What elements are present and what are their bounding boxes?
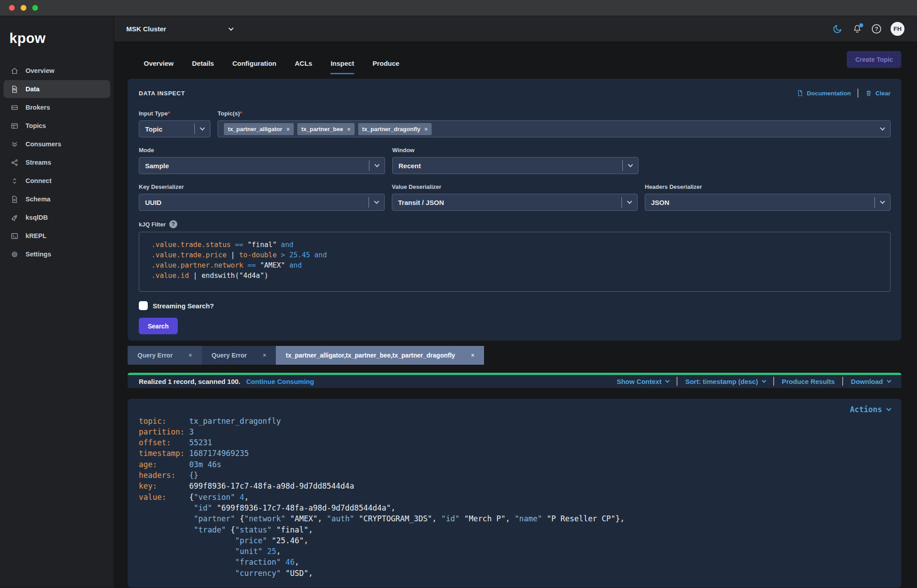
results-toolbar: Realized 1 record, scanned 100. Continue… bbox=[128, 375, 901, 388]
code-token: "unit" bbox=[235, 547, 262, 556]
table-icon bbox=[10, 121, 19, 130]
sidebar-item[interactable]: Streams bbox=[4, 153, 110, 171]
divider bbox=[773, 377, 774, 386]
input-type-select[interactable]: Topic bbox=[139, 120, 210, 137]
window-titlebar bbox=[0, 0, 917, 16]
value-deserializer-select[interactable]: Transit / JSON bbox=[392, 194, 638, 211]
produce-results-link[interactable]: Produce Results bbox=[782, 378, 835, 385]
terminal-icon bbox=[10, 231, 19, 240]
code-token: 4 bbox=[240, 493, 244, 502]
divider bbox=[677, 377, 677, 386]
show-context-dropdown[interactable]: Show Context bbox=[617, 378, 669, 385]
tab[interactable]: Configuration bbox=[232, 60, 276, 74]
actions-dropdown[interactable]: Actions bbox=[139, 405, 891, 414]
headers-deserializer-select[interactable]: JSON bbox=[645, 194, 891, 211]
code-token: "fraction" bbox=[235, 558, 281, 567]
code-token bbox=[189, 547, 235, 556]
sidebar-item[interactable]: ksqlDB bbox=[4, 209, 110, 226]
data-inspect-panel: DATA INSPECT Documentation Clear Inp bbox=[128, 79, 901, 341]
code-token: tx_partner_dragonfly bbox=[189, 417, 281, 426]
chevron-down-icon bbox=[628, 162, 633, 167]
topic-chip[interactable]: tx_partner_dragonfly × bbox=[358, 123, 432, 135]
chevron-down-icon bbox=[374, 199, 379, 204]
sidebar-item[interactable]: Connect bbox=[4, 172, 110, 190]
sidebar-item[interactable]: kREPL bbox=[4, 227, 110, 245]
close-window-button[interactable] bbox=[9, 5, 15, 11]
dark-mode-toggle[interactable] bbox=[832, 24, 843, 34]
code-token: "version" bbox=[194, 493, 235, 502]
sidebar-item[interactable]: Schema bbox=[4, 190, 110, 208]
code-token: .value.trade.price bbox=[151, 251, 227, 259]
close-icon[interactable]: × bbox=[263, 352, 266, 358]
search-button[interactable]: Search bbox=[139, 318, 178, 334]
tab[interactable]: Produce bbox=[373, 60, 399, 74]
result-tab[interactable]: Query Error × bbox=[128, 346, 202, 365]
code-token: "USD", bbox=[281, 569, 313, 578]
sort-dropdown[interactable]: Sort: timestamp (desc) bbox=[685, 378, 766, 385]
record-field-label: key: bbox=[139, 481, 189, 491]
documentation-link[interactable]: Documentation bbox=[797, 89, 851, 97]
topics-multiselect[interactable]: tx_partner_alligator × tx_partner_bee × bbox=[218, 120, 891, 137]
topic-chips: tx_partner_alligator × tx_partner_bee × bbox=[224, 123, 432, 135]
close-icon[interactable]: × bbox=[189, 352, 192, 358]
code-token: "network" bbox=[244, 514, 285, 523]
question-icon: ? bbox=[872, 24, 881, 34]
kjq-filter-editor[interactable]: .value.trade.status == "final" and .valu… bbox=[139, 232, 891, 292]
maximize-window-button[interactable] bbox=[32, 5, 38, 11]
chevron-down-icon bbox=[886, 406, 891, 411]
notifications-button[interactable] bbox=[852, 24, 862, 34]
sidebar-item[interactable]: Settings bbox=[4, 245, 110, 263]
sidebar-item[interactable]: Consumers bbox=[4, 135, 110, 153]
code-token: 699f8936-17c7-48fa-a98d-9d7dd8544d4a bbox=[189, 481, 354, 490]
cluster-selector[interactable]: MSK Cluster bbox=[126, 25, 233, 33]
code-token: "final", bbox=[272, 525, 313, 534]
sidebar-item[interactable]: Overview bbox=[4, 62, 110, 80]
clear-link[interactable]: Clear bbox=[865, 89, 891, 97]
topic-chip[interactable]: tx_partner_alligator × bbox=[224, 123, 294, 135]
topic-chip[interactable]: tx_partner_bee × bbox=[297, 123, 355, 135]
record-field-label: headers: bbox=[139, 470, 189, 481]
code-token: "P Reseller CP"}, bbox=[542, 514, 625, 523]
tab[interactable]: Inspect bbox=[330, 60, 354, 74]
result-tab[interactable]: Query Error × bbox=[202, 346, 276, 365]
close-icon[interactable]: × bbox=[471, 352, 474, 358]
mode-label: Mode bbox=[139, 147, 385, 153]
close-icon[interactable]: × bbox=[347, 126, 351, 132]
close-icon[interactable]: × bbox=[286, 126, 290, 132]
window-select[interactable]: Recent bbox=[392, 157, 638, 174]
tab[interactable]: Details bbox=[192, 60, 214, 74]
code-token: "id" bbox=[194, 503, 212, 512]
help-button[interactable]: ? bbox=[872, 24, 881, 34]
help-icon[interactable]: ? bbox=[169, 220, 177, 228]
record-panel: Actions topic:tx_partner_dragonfly parti… bbox=[128, 399, 901, 588]
code-token: and bbox=[285, 261, 302, 269]
code-token: "Merch P", bbox=[460, 514, 515, 523]
tab[interactable]: Overview bbox=[144, 60, 174, 74]
sidebar-item[interactable]: Topics bbox=[4, 117, 110, 135]
sidebar-item[interactable]: Brokers bbox=[4, 98, 110, 116]
streaming-search-checkbox[interactable] bbox=[139, 301, 148, 310]
divider bbox=[857, 89, 858, 98]
close-icon[interactable]: × bbox=[424, 126, 428, 132]
code-token: "price" bbox=[235, 536, 267, 545]
chevron-down-icon bbox=[200, 125, 205, 130]
document-search-icon bbox=[10, 85, 19, 94]
divider bbox=[842, 377, 843, 386]
code-token: == bbox=[243, 261, 260, 269]
download-dropdown[interactable]: Download bbox=[851, 378, 891, 385]
avatar[interactable]: FH bbox=[891, 22, 904, 36]
key-deserializer-select[interactable]: UUID bbox=[139, 194, 385, 211]
continue-consuming-link[interactable]: Continue Consuming bbox=[246, 378, 314, 385]
result-tab[interactable]: tx_partner_alligator,tx_partner_bee,tx_p… bbox=[276, 346, 484, 365]
mode-select[interactable]: Sample bbox=[139, 157, 385, 174]
streaming-search-label: Streaming Search? bbox=[153, 302, 214, 310]
gear-icon bbox=[10, 250, 19, 259]
code-token: == bbox=[231, 241, 247, 249]
sidebar-item[interactable]: Data bbox=[4, 80, 110, 98]
code-token: > 25.45 and bbox=[277, 251, 327, 259]
minimize-window-button[interactable] bbox=[21, 5, 26, 11]
create-topic-button[interactable]: Create Topic bbox=[847, 51, 901, 68]
tab[interactable]: ACLs bbox=[295, 60, 312, 74]
result-tabs: Query Error × Query Error × tx_partner_a… bbox=[128, 346, 901, 365]
code-token: .value.partner.network bbox=[151, 261, 243, 269]
